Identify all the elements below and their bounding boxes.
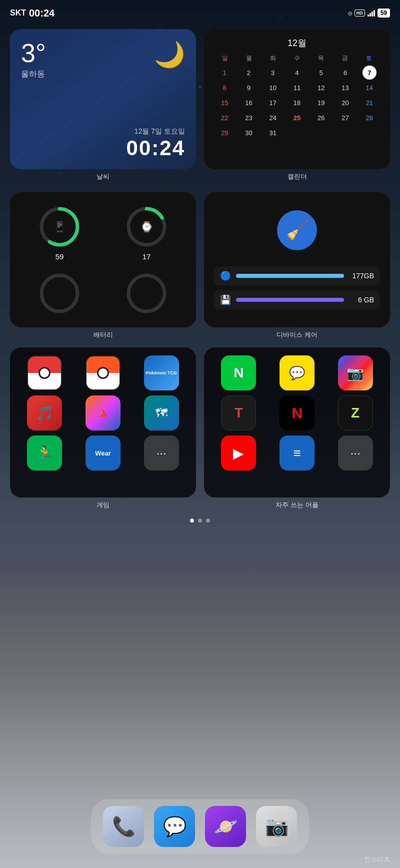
wear-icon[interactable]: Wear: [86, 436, 120, 471]
phone-battery-num: 59: [56, 252, 64, 261]
device-care-label: 디바이스 케어: [204, 330, 390, 339]
dock: 📞 💬 🪐 📷: [91, 799, 309, 854]
day-header-sat: 토: [357, 54, 381, 63]
cal-day-22[interactable]: 22: [218, 111, 232, 125]
storage-bar: 🔵 177GB: [214, 266, 380, 285]
cal-day-7[interactable]: 7: [362, 66, 376, 80]
bar2: [370, 13, 371, 17]
status-left: SKT 00:24: [10, 8, 54, 19]
cal-day-31[interactable]: 31: [266, 126, 280, 140]
naver-icon[interactable]: N: [221, 355, 256, 390]
game-more-icon[interactable]: ···: [144, 436, 179, 471]
cal-day-8[interactable]: 8: [218, 81, 232, 95]
cal-day-27[interactable]: 27: [338, 111, 352, 125]
weather-temperature: 3°: [21, 40, 46, 66]
calendar-grid: 1 2 3 4 5 6 7 8 9 10 11 12 13 14 15: [213, 66, 381, 140]
cal-day-20[interactable]: 20: [338, 96, 352, 110]
kakao-icon[interactable]: 💬: [280, 355, 314, 390]
storage-icon: 🔵: [220, 270, 231, 281]
game-folder[interactable]: Pokémon TCG 🎵 🔺 🗺 🏃 Wear ···: [10, 347, 196, 498]
dock-camera[interactable]: 📷: [256, 806, 297, 847]
cal-day-16[interactable]: 16: [242, 96, 256, 110]
cal-day-14[interactable]: 14: [362, 81, 376, 95]
cal-day-17[interactable]: 17: [266, 96, 280, 110]
dock-messages[interactable]: 💬: [154, 806, 195, 847]
day-header-tue: 화: [261, 54, 285, 63]
zapya-icon[interactable]: Z: [338, 395, 373, 430]
cal-day-6[interactable]: 6: [338, 66, 352, 80]
dock-phone[interactable]: 📞: [103, 806, 144, 847]
tving-icon[interactable]: T: [221, 395, 256, 430]
page-dot-1[interactable]: [190, 519, 194, 523]
folder2-icon[interactable]: ≡: [280, 436, 314, 471]
cal-day-2[interactable]: 2: [242, 66, 256, 80]
game-folder-label: 게임: [10, 501, 196, 510]
bar3: [372, 12, 373, 17]
signal-bars: [368, 10, 375, 17]
watch-icon: ⌚: [140, 221, 153, 233]
bar1: [368, 15, 369, 17]
calendar-widget[interactable]: 12월 일 월 화 수 목 금 토 1 2 3 4 5 6: [204, 29, 390, 169]
second-widgets: 📱 59 ⌚ 17: [0, 187, 400, 339]
battery-widget[interactable]: 📱 59 ⌚ 17: [10, 192, 196, 327]
frequent-more-icon[interactable]: ···: [338, 436, 373, 471]
cal-day-12[interactable]: 12: [314, 81, 328, 95]
cal-day-9[interactable]: 9: [242, 81, 256, 95]
care-icon: 🧹: [277, 210, 317, 250]
cal-day-21[interactable]: 21: [362, 96, 376, 110]
prism-icon[interactable]: 🔺: [86, 395, 120, 430]
cal-day-19[interactable]: 19: [314, 96, 328, 110]
phone-icon: 📱: [54, 221, 66, 233]
dock-browser[interactable]: 🪐: [205, 806, 246, 847]
pokeball-go-icon[interactable]: [27, 355, 62, 390]
instagram-icon[interactable]: 📷: [338, 355, 373, 390]
cal-day-13[interactable]: 13: [338, 81, 352, 95]
phone-battery-circle: 📱: [37, 204, 82, 249]
weather-widget-container: 3° 울하동 🌙 12월 7일 토요일 00:24 날씨: [10, 29, 196, 181]
cal-day-25[interactable]: 25: [290, 111, 304, 125]
watch-battery-circle: ⌚: [124, 204, 169, 249]
storage-fill: [236, 274, 344, 278]
ram-bar: 💾 6 GB: [214, 290, 380, 309]
music-icon[interactable]: 🎵: [27, 395, 62, 430]
day-header-wed: 수: [285, 54, 309, 63]
cal-day-24[interactable]: 24: [266, 111, 280, 125]
cal-day-5[interactable]: 5: [314, 66, 328, 80]
empty-battery-item1: [21, 271, 98, 316]
ram-fill: [236, 298, 344, 302]
strava-icon[interactable]: 🏃: [27, 436, 62, 471]
cal-day-23[interactable]: 23: [242, 111, 256, 125]
weather-location: 울하동: [21, 69, 46, 80]
cal-day-29[interactable]: 29: [218, 126, 232, 140]
cal-day-4[interactable]: 4: [290, 66, 304, 80]
cal-day-11[interactable]: 11: [290, 81, 304, 95]
cal-day-18[interactable]: 18: [290, 96, 304, 110]
device-care-widget[interactable]: 🧹 🔵 177GB 💾 6 GB: [204, 192, 390, 327]
cal-day-28[interactable]: 28: [362, 111, 376, 125]
cal-day-3[interactable]: 3: [266, 66, 280, 80]
bar4: [374, 10, 375, 17]
empty-circle1: [37, 271, 82, 316]
page-dot-2[interactable]: [198, 519, 202, 523]
cal-day-26[interactable]: 26: [314, 111, 328, 125]
pokemon-tcg-icon[interactable]: Pokémon TCG: [144, 355, 179, 390]
frequent-folder[interactable]: N 💬 📷 T N Z ▶ ≡ ···: [204, 347, 390, 498]
naver-maps-icon[interactable]: 🗺: [144, 395, 179, 430]
page-dot-3[interactable]: [206, 519, 210, 523]
bottom-watermark: 인스티즈: [364, 855, 390, 864]
weather-date: 12월 7일 토요일: [21, 127, 185, 136]
cal-day-30[interactable]: 30: [242, 126, 256, 140]
netflix-icon[interactable]: N: [280, 395, 314, 430]
frequent-folder-label: 자주 쓰는 어플: [204, 501, 390, 510]
weather-top: 3° 울하동 🌙: [21, 40, 185, 80]
youtube-icon[interactable]: ▶: [221, 436, 256, 471]
day-header-sun: 일: [213, 54, 237, 63]
hd-badge: HD: [354, 10, 365, 17]
cal-day-15[interactable]: 15: [218, 96, 232, 110]
pokeball2-icon[interactable]: [86, 355, 120, 390]
battery-widget-container: 📱 59 ⌚ 17: [10, 192, 196, 339]
weather-widget[interactable]: 3° 울하동 🌙 12월 7일 토요일 00:24: [10, 29, 196, 169]
weather-bottom: 12월 7일 토요일 00:24: [21, 127, 185, 160]
cal-day-1[interactable]: 1: [218, 66, 232, 80]
cal-day-10[interactable]: 10: [266, 81, 280, 95]
